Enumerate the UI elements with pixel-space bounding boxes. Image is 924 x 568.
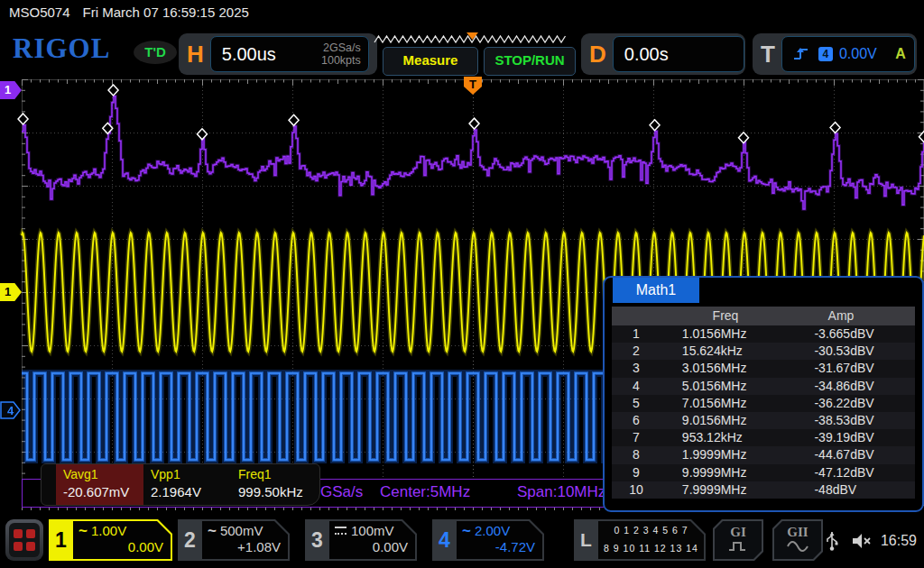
- channel-3-offset: 0.00V: [329, 538, 415, 554]
- peak-frequency: 9.9999MHz: [661, 464, 804, 481]
- channel-status-bar: 1 ~1.00V 0.00V 2 ~500mV +1.08V 3 100mV 0…: [0, 514, 924, 568]
- peak-frequency: 953.12kHz: [661, 429, 804, 446]
- peak-amplitude: -36.22dBV: [803, 395, 915, 412]
- peak-frequency: 3.0156MHz: [661, 360, 804, 377]
- measurement-label: Freq1: [231, 464, 319, 481]
- amp-column-header: Amp: [789, 307, 893, 325]
- rigol-logo: RIGOL: [13, 32, 110, 65]
- delay-value: 0.00s: [614, 44, 669, 65]
- peak-amplitude: -48dBV: [803, 481, 915, 499]
- fft-sample-rate: GSa/s: [320, 483, 363, 501]
- channel4-ground-marker[interactable]: 4: [0, 401, 22, 419]
- sample-rate-memdepth: 2GSa/s 100kpts: [321, 41, 368, 67]
- datetime: Fri March 07 16:59:15 2025: [83, 5, 249, 20]
- fft-center-frequency: Center:5MHz: [380, 483, 470, 501]
- title-bar: MSO5074Fri March 07 16:59:15 2025: [0, 0, 924, 25]
- channel-4-number: 4: [432, 519, 457, 561]
- channel-2-number: 2: [178, 519, 202, 561]
- delay-block[interactable]: D 0.00s: [581, 33, 745, 75]
- math-table-row: 107.9999MHz-48dBV: [612, 481, 915, 499]
- memory-depth: 100kpts: [321, 54, 361, 67]
- math-table: Freq Amp 11.0156MHz-3.665dBV215.624kHz-3…: [612, 307, 915, 499]
- math-table-row: 215.624kHz-30.53dBV: [612, 343, 915, 360]
- menu-button[interactable]: [5, 519, 43, 561]
- ac-coupling-icon: ~: [462, 526, 471, 536]
- peak-index: 6: [612, 412, 661, 429]
- peak-index: 3: [612, 360, 661, 377]
- logic-channels-block[interactable]: L 0 1 2 3 4 5 6 7 8 9 10 11 12 13 14 15: [574, 519, 706, 561]
- measurement-item[interactable]: Freq1 999.50kHz: [231, 464, 319, 505]
- generator-1-label: GI: [715, 524, 762, 540]
- peak-index: 2: [612, 343, 661, 360]
- peak-index: 4: [612, 378, 661, 395]
- logic-label: L: [574, 519, 598, 561]
- peak-frequency: 9.0156MHz: [661, 412, 804, 429]
- timebase-value: 5.00us: [211, 44, 321, 65]
- channel-2-scale: 500mV: [220, 523, 263, 538]
- fft-span: Span:10MHz: [517, 483, 605, 501]
- measurement-item[interactable]: Vpp1 2.1964V: [143, 464, 231, 505]
- sine-wave-icon: [786, 540, 809, 553]
- channel-3-scale: 100mV: [351, 523, 394, 538]
- channel-2-block[interactable]: 2 ~500mV +1.08V: [178, 519, 290, 561]
- header: RIGOL T'D H 5.00us 2GSa/s 100kpts Measur…: [0, 25, 924, 77]
- horizontal-label: H: [179, 33, 210, 75]
- dc-coupling-icon: [335, 527, 346, 535]
- freq-column-header: Freq: [662, 307, 789, 325]
- generator-2-label: GII: [774, 524, 821, 540]
- generator-1-button[interactable]: GI: [713, 519, 763, 561]
- peak-amplitude: -44.67dBV: [803, 446, 915, 463]
- trigger-slope-icon: [791, 45, 811, 63]
- math1-peak-table-panel: Math1 Freq Amp 11.0156MHz-3.665dBV215.62…: [603, 276, 924, 512]
- measurement-item[interactable]: Vavg1 -20.607mV: [56, 464, 143, 505]
- sound-muted-icon: [850, 531, 873, 551]
- channel-4-offset: -4.72V: [457, 538, 542, 554]
- peak-index: 1: [612, 325, 661, 343]
- math-table-row: 7953.12kHz-39.19dBV: [612, 429, 915, 446]
- math1-tab[interactable]: Math1: [613, 278, 699, 303]
- channel-1-block[interactable]: 1 ~1.00V 0.00V: [49, 519, 172, 561]
- peak-frequency: 7.9999MHz: [661, 481, 804, 499]
- channel-3-block[interactable]: 3 100mV 0.00V: [305, 519, 417, 561]
- peak-frequency: 5.0156MHz: [661, 378, 804, 395]
- channel-4-scale: 2.00V: [475, 523, 510, 538]
- waveform-position-preview[interactable]: [373, 32, 569, 46]
- peak-frequency: 7.0156MHz: [661, 395, 804, 412]
- channel-1-scale: 1.00V: [91, 523, 126, 538]
- horizontal-settings-block[interactable]: H 5.00us 2GSa/s 100kpts: [179, 33, 377, 75]
- peak-index: 10: [612, 481, 661, 499]
- trigger-label: T: [753, 33, 781, 75]
- peak-frequency: 1.0156MHz: [661, 325, 804, 343]
- measurement-label: Vpp1: [143, 464, 231, 481]
- usb-icon: [825, 530, 839, 552]
- trigger-sweep-mode: A: [895, 46, 906, 62]
- math-table-header: Freq Amp: [612, 307, 915, 325]
- measurement-panel[interactable]: Vavg1 -20.607mV Vpp1 2.1964V Freq1 999.5…: [41, 463, 320, 506]
- peak-index: 7: [612, 429, 661, 446]
- math-table-row: 57.0156MHz-36.22dBV: [612, 395, 915, 412]
- channel-4-block[interactable]: 4 ~2.00V -4.72V: [432, 519, 544, 561]
- peak-index: 5: [612, 395, 661, 412]
- generator-2-button[interactable]: GII: [772, 519, 823, 561]
- channel-1-number: 1: [49, 519, 73, 561]
- math-table-row: 11.0156MHz-3.665dBV: [612, 325, 915, 343]
- ac-coupling-icon: ~: [208, 526, 217, 536]
- logic-channels-row2: 8 9 10 11 12 13 14 15: [598, 539, 704, 568]
- menu-grid-icon: [9, 523, 40, 557]
- trigger-block[interactable]: T 4 0.00V A: [753, 33, 917, 75]
- square-wave-icon: [727, 540, 749, 553]
- math-table-row: 81.9999MHz-44.67dBV: [612, 446, 915, 463]
- display-area: 1 1 4 T GSa/s Center:5MHz Span:10MHz Vav…: [0, 76, 924, 514]
- math-table-row: 33.0156MHz-31.67dBV: [612, 360, 915, 377]
- peak-amplitude: -3.665dBV: [803, 325, 915, 343]
- measure-button[interactable]: Measure: [383, 47, 478, 76]
- channel-3-number: 3: [305, 519, 329, 561]
- peak-amplitude: -34.86dBV: [803, 378, 915, 395]
- status-icons: 16:59: [825, 523, 917, 559]
- peak-index: 8: [612, 446, 661, 463]
- peak-index: 9: [612, 464, 661, 481]
- math-table-body: 11.0156MHz-3.665dBV215.624kHz-30.53dBV33…: [612, 325, 915, 499]
- delay-label: D: [581, 33, 613, 75]
- trigger-level-value: 0.00V: [839, 46, 895, 62]
- stop-run-button[interactable]: STOP/RUN: [484, 47, 576, 76]
